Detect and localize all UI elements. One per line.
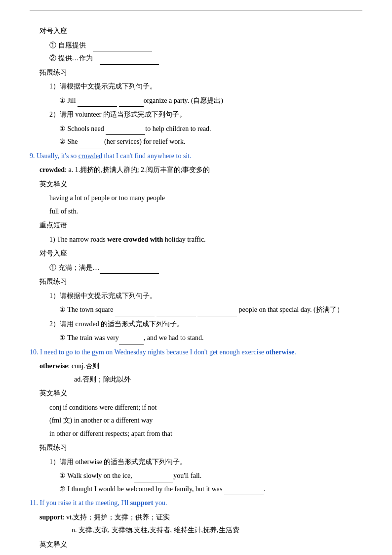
- volunteer-match-item1: ① 自愿提供: [49, 40, 362, 52]
- sentence10-main: 10. I need to go to the gym on Wednesday…: [30, 348, 296, 356]
- crowded-en-def2: full of sth.: [49, 206, 362, 218]
- support-def-zh-vt: support: vt.支持；拥护；支撑；供养；证实: [39, 512, 362, 524]
- match-title-volunteer: 对号入座: [39, 25, 362, 38]
- crowded-practice-2-sub1: ① The train was very, and we had to stan…: [59, 332, 362, 344]
- volunteer-practice-1: 1）请根据中文提示完成下列句子。: [49, 81, 362, 93]
- support-def-zh-n: n. 支撑,支承, 支撑物,支柱,支持者, 维持生计,抚养,生活费: [72, 524, 362, 537]
- otherwise-en-def2: (fml 文) in another or a different way: [49, 415, 362, 427]
- sentence10-text: 10. I need to go to the gym on Wednesday…: [30, 346, 362, 359]
- crowded-practice-1: 1）请根据中文提示完成下列句子。: [49, 290, 362, 302]
- otherwise-practice-1-sub1: ① Walk slowly on the ice, you'll fall.: [59, 470, 362, 482]
- otherwise-def-zh: otherwise: conj.否则 ad.否则；除此以外: [39, 360, 362, 385]
- otherwise-en-def3: in other or different respects; apart fr…: [49, 428, 362, 440]
- volunteer-practice-1-sub1: ① Jill organize a party. (自愿提出): [59, 95, 362, 107]
- otherwise-def-zh-text2: ad.否则；除此以外: [74, 374, 362, 386]
- volunteer-practice-2-label: 2）请用 volunteer 的适当形式完成下列句子。: [49, 109, 362, 121]
- support-def-en: bear the weight of (sth/sb); hold in pos…: [49, 553, 362, 555]
- volunteer-practice-1-sub: ① Jill organize a party. (自愿提出): [59, 95, 362, 107]
- crowded-key-phrases: 1) The narrow roads were crowded with ho…: [49, 234, 362, 246]
- crowded-practice-1-sub: ① The town square people on that special…: [59, 304, 362, 316]
- sentence11-main: 11. If you raise it at the meeting, I'll…: [30, 499, 167, 507]
- volunteer-practice-2-sub: ① Schools need to help children to read.…: [59, 123, 362, 148]
- volunteer-match-items: ① 自愿提供 ② 提供…作为: [49, 40, 362, 65]
- crowded-practice-1-sub1: ① The town square people on that special…: [59, 304, 362, 316]
- otherwise-practice-1-label: 1）请用 otherwise 的适当形式完成下列句子。: [49, 456, 362, 469]
- crowded-en-def1: having a lot of people or too many peopl…: [49, 192, 362, 205]
- otherwise-def-en-title: 英文释义: [39, 387, 362, 400]
- otherwise-en-def1: conj if conditions were different; if no…: [49, 402, 362, 414]
- volunteer-practice-1-label: 1）请根据中文提示完成下列句子。: [49, 81, 362, 93]
- crowded-match-title: 对号入座: [39, 248, 362, 260]
- support-en-def1: bear the weight of (sth/sb); hold in pos…: [49, 553, 362, 555]
- crowded-practice-title: 拓展练习: [39, 276, 362, 288]
- otherwise-practice-1-sub2: ② I thought I would be welcomed by the f…: [59, 483, 362, 496]
- crowded-match-items: ① 充满；满是…: [49, 262, 362, 274]
- volunteer-match-item2: ② 提供…作为: [49, 52, 362, 65]
- crowded-practice-2: 2）请用 crowded 的适当形式完成下列句子。: [49, 318, 362, 331]
- crowded-match-label: 对号入座: [39, 248, 362, 260]
- support-def-zh: support: vt.支持；拥护；支撑；供养；证实 n. 支撑,支承, 支撑物…: [39, 512, 362, 537]
- crowded-match-item1: ① 充满；满是…: [49, 262, 362, 274]
- sentence9-main: 9. Usually, it's so crowded that I can't…: [30, 152, 192, 160]
- sentence9-content: 9. Usually, it's so crowded that I can't…: [30, 150, 362, 163]
- crowded-key-phrases-title: 重点短语: [39, 219, 362, 232]
- match-label-volunteer: 对号入座: [39, 25, 362, 38]
- sentence10-content: 10. I need to go to the gym on Wednesday…: [30, 346, 362, 359]
- crowded-key-phrases-label: 重点短语: [39, 219, 362, 232]
- sentence11-content: 11. If you raise it at the meeting, I'll…: [30, 497, 362, 510]
- crowded-key-phrase1: 1) The narrow roads were crowded with ho…: [49, 234, 362, 246]
- support-def-en-title: 英文释义: [39, 539, 362, 551]
- otherwise-def-zh-text1: otherwise: conj.否则: [39, 360, 362, 373]
- volunteer-practice-title: 拓展练习: [39, 67, 362, 79]
- sentence11-text: 11. If you raise it at the meeting, I'll…: [30, 497, 362, 510]
- otherwise-practice-1: 1）请用 otherwise 的适当形式完成下列句子。: [49, 456, 362, 469]
- crowded-def-zh: crowded: a. 1.拥挤的,挤满人群的; 2.阅历丰富的;事变多的: [39, 164, 362, 176]
- volunteer-practice-label: 拓展练习: [39, 67, 362, 79]
- otherwise-def-en: conj if conditions were different; if no…: [49, 402, 362, 440]
- crowded-practice-1-label: 1）请根据中文提示完成下列句子。: [49, 290, 362, 302]
- crowded-en-title-text: 英文释义: [39, 178, 362, 191]
- support-en-title-text: 英文释义: [39, 539, 362, 551]
- otherwise-practice-1-sub: ① Walk slowly on the ice, you'll fall. ②…: [59, 470, 362, 495]
- crowded-practice-2-sub: ① The train was very, and we had to stan…: [59, 332, 362, 344]
- crowded-practice-label: 拓展练习: [39, 276, 362, 288]
- crowded-def-zh-text: crowded: a. 1.拥挤的,挤满人群的; 2.阅历丰富的;事变多的: [39, 164, 362, 176]
- crowded-def-en-title: 英文释义: [39, 178, 362, 191]
- crowded-def-en: having a lot of people or too many peopl…: [49, 192, 362, 217]
- top-divider: [30, 10, 362, 10]
- volunteer-practice-2: 2）请用 volunteer 的适当形式完成下列句子。: [49, 109, 362, 121]
- volunteer-practice-2-sub2: ② She (her services) for relief work.: [59, 136, 362, 148]
- otherwise-practice-label: 拓展练习: [39, 442, 362, 454]
- sentence9-text: 9. Usually, it's so crowded that I can't…: [30, 150, 362, 163]
- otherwise-practice-title: 拓展练习: [39, 442, 362, 454]
- otherwise-en-title-text: 英文释义: [39, 387, 362, 400]
- crowded-practice-2-label: 2）请用 crowded 的适当形式完成下列句子。: [49, 318, 362, 331]
- volunteer-practice-2-sub1: ① Schools need to help children to read.: [59, 123, 362, 135]
